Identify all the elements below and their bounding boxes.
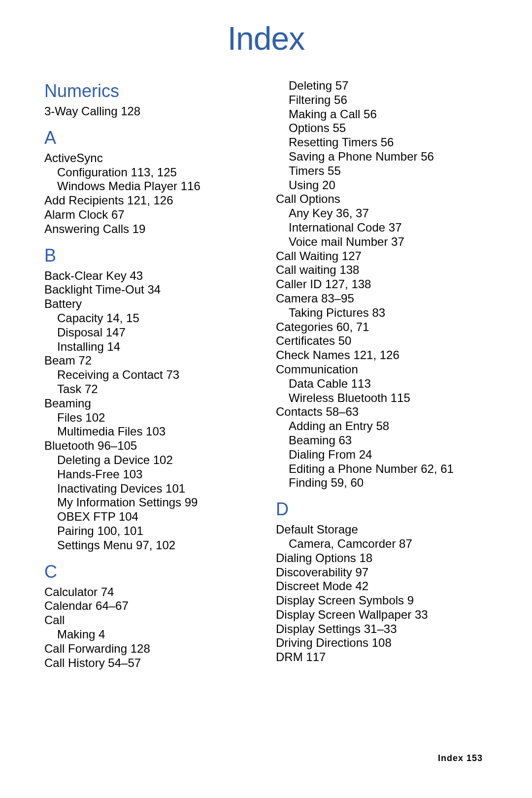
index-subentry: Inactivating Devices 101	[44, 482, 256, 496]
index-entry: Add Recipients 121, 126	[44, 194, 256, 208]
index-entry: Display Screen Wallpaper 33	[276, 608, 488, 622]
index-subentry: Disposal 147	[44, 326, 256, 340]
index-columns: Numerics 3-Way Calling 128 A ActiveSync …	[44, 72, 488, 670]
index-subentry: Configuration 113, 125	[44, 166, 256, 180]
index-subentry: OBEX FTP 104	[44, 510, 256, 524]
index-entry: Dialing Options 18	[276, 551, 488, 565]
index-subentry: Any Key 36, 37	[276, 206, 488, 221]
index-entry: Camera 83–95	[276, 292, 488, 306]
index-subentry: Adding an Entry 58	[276, 419, 488, 433]
index-entry: Check Names 121, 126	[276, 348, 488, 363]
index-entry: Contacts 58–63	[276, 405, 488, 419]
index-entry: Answering Calls 19	[44, 222, 256, 236]
index-subentry: Pairing 100, 101	[44, 524, 256, 538]
index-subentry: Making 4	[44, 628, 256, 642]
index-subentry: Using 20	[276, 178, 488, 193]
index-entry: Calendar 64–67	[44, 599, 256, 613]
index-entry: Communication	[276, 363, 488, 377]
index-entry: Call Waiting 127	[276, 249, 488, 264]
index-entry: Display Screen Symbols 9	[276, 594, 488, 608]
index-subentry: Editing a Phone Number 62, 61	[276, 462, 488, 476]
index-subentry: Installing 14	[44, 340, 256, 354]
index-subentry: International Code 37	[276, 221, 488, 235]
index-subentry: Making a Call 56	[276, 107, 488, 122]
index-subentry: Files 102	[44, 411, 256, 425]
index-subentry: Wireless Bluetooth 115	[276, 391, 488, 405]
index-subentry: Deleting a Device 102	[44, 453, 256, 467]
index-entry: Discreet Mode 42	[276, 579, 488, 594]
index-subentry: Data Cable 113	[276, 377, 488, 391]
index-entry: Call Forwarding 128	[44, 642, 256, 656]
index-entry: Alarm Clock 67	[44, 208, 256, 222]
index-entry: Beam 72	[44, 354, 256, 368]
index-entry: Battery	[44, 297, 256, 311]
index-entry: DRM 117	[276, 650, 488, 665]
index-entry: Call Options	[276, 192, 488, 206]
index-subentry: Settings Menu 97, 102	[44, 538, 256, 553]
index-entry: Discoverability 97	[276, 565, 488, 580]
index-subentry: Deleting 57	[276, 79, 488, 93]
column-left: Numerics 3-Way Calling 128 A ActiveSync …	[44, 72, 256, 670]
index-subentry: Windows Media Player 116	[44, 179, 256, 194]
index-subentry: Receiving a Contact 73	[44, 368, 256, 382]
index-subentry: My Information Settings 99	[44, 496, 256, 510]
index-entry: Display Settings 31–33	[276, 622, 488, 636]
index-subentry: Options 55	[276, 121, 488, 135]
index-subentry: Multimedia Files 103	[44, 425, 256, 439]
index-entry: Call waiting 138	[276, 263, 488, 277]
page-title: Index	[44, 20, 488, 57]
index-subentry: Camera, Camcorder 87	[276, 537, 488, 551]
index-entry: Bluetooth 96–105	[44, 439, 256, 453]
index-entry: ActiveSync	[44, 151, 256, 166]
index-subentry: Task 72	[44, 382, 256, 397]
section-heading-d: D	[276, 499, 488, 520]
index-entry: Call	[44, 613, 256, 628]
index-entry: Categories 60, 71	[276, 320, 488, 334]
page-footer: Index 153	[438, 753, 483, 764]
column-right: Deleting 57 Filtering 56 Making a Call 5…	[276, 72, 488, 670]
index-subentry: Resetting Timers 56	[276, 135, 488, 150]
index-entry: Beaming	[44, 397, 256, 411]
section-heading-numerics: Numerics	[44, 81, 256, 101]
index-subentry: Capacity 14, 15	[44, 311, 256, 326]
index-entry: Back-Clear Key 43	[44, 269, 256, 283]
index-subentry: Beaming 63	[276, 433, 488, 448]
index-entry: Call History 54–57	[44, 656, 256, 670]
index-subentry: Saving a Phone Number 56	[276, 150, 488, 164]
index-subentry: Hands-Free 103	[44, 467, 256, 482]
index-subentry: Voice mail Number 37	[276, 235, 488, 249]
index-entry: Driving Directions 108	[276, 636, 488, 650]
section-heading-a: A	[44, 128, 256, 148]
index-subentry: Dialing From 24	[276, 448, 488, 462]
section-heading-b: B	[44, 245, 256, 266]
index-subentry: Timers 55	[276, 164, 488, 178]
index-entry: 3-Way Calling 128	[44, 104, 256, 119]
index-entry: Default Storage	[276, 523, 488, 537]
section-heading-c: C	[44, 562, 256, 582]
index-subentry: Taking Pictures 83	[276, 306, 488, 320]
index-entry: Backlight Time-Out 34	[44, 283, 256, 297]
index-subentry: Finding 59, 60	[276, 476, 488, 490]
index-subentry: Filtering 56	[276, 93, 488, 107]
index-entry: Caller ID 127, 138	[276, 277, 488, 292]
index-entry: Calculator 74	[44, 585, 256, 599]
index-entry: Certificates 50	[276, 334, 488, 348]
